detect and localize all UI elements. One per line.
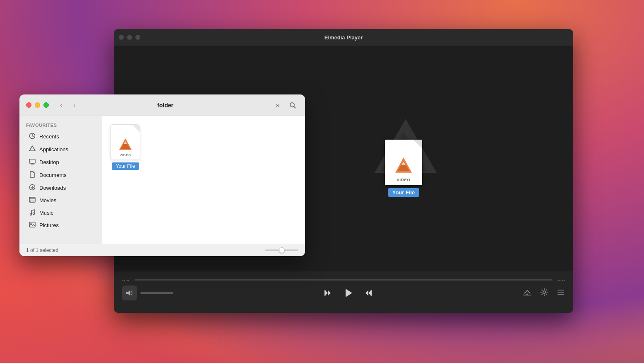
- sidebar-item-movies[interactable]: Movies: [22, 194, 99, 206]
- file-type-label: VIDEO: [120, 153, 131, 157]
- svg-line-5: [131, 291, 132, 292]
- time-start: --:--: [122, 277, 130, 282]
- sidebar-item-documents[interactable]: Documents: [22, 169, 99, 182]
- svg-line-7: [131, 294, 132, 295]
- svg-rect-14: [371, 290, 372, 296]
- size-slider-thumb: [279, 247, 285, 253]
- settings-icon: [540, 288, 548, 296]
- file-icon: VIDEO: [111, 124, 140, 160]
- skip-back-icon: [323, 288, 332, 298]
- view-options-button[interactable]: »: [272, 99, 284, 111]
- documents-icon: [29, 171, 36, 179]
- svg-marker-9: [328, 290, 331, 296]
- pictures-icon: [29, 222, 36, 229]
- airplay-icon: [523, 288, 532, 297]
- svg-rect-24: [29, 159, 35, 163]
- sidebar-item-music[interactable]: Music: [22, 206, 99, 219]
- finder-traffic-lights: [26, 102, 49, 108]
- status-text: 1 of 1 selected: [26, 247, 260, 253]
- sidebar-label-movies: Movies: [39, 197, 56, 203]
- player-icon-container: VIDEO Your File: [366, 119, 441, 185]
- sidebar-label-desktop: Desktop: [39, 159, 59, 165]
- play-icon: [342, 287, 354, 299]
- time-end: --:--: [557, 277, 565, 282]
- playback-controls: [323, 287, 373, 299]
- progress-bar-section: --:-- --:--: [122, 271, 565, 286]
- finder-right-controls: »: [272, 99, 298, 111]
- player-titlebar: Elmedia Player: [114, 29, 573, 46]
- applications-icon: [29, 145, 36, 153]
- sidebar-label-recents: Recents: [39, 133, 59, 140]
- sidebar-section-title: Favourites: [19, 121, 102, 130]
- downloads-icon: [29, 184, 36, 192]
- sidebar-label-applications: Applications: [39, 146, 68, 152]
- player-close-button[interactable]: [119, 35, 124, 40]
- file-name-badge: Your File: [112, 162, 139, 170]
- music-icon: [29, 209, 36, 217]
- sidebar-item-recents[interactable]: Recents: [22, 130, 99, 143]
- player-minimize-button[interactable]: [127, 35, 132, 40]
- sidebar-label-downloads: Downloads: [39, 185, 66, 191]
- svg-marker-15: [526, 293, 529, 295]
- skip-forward-icon: [364, 288, 373, 298]
- finder-sidebar: Favourites Recents Applications: [19, 116, 102, 244]
- player-controls: --:-- --:--: [114, 271, 573, 313]
- svg-rect-10: [324, 290, 326, 296]
- desktop-icon: [29, 158, 36, 166]
- sidebar-label-documents: Documents: [39, 172, 67, 178]
- finder-maximize-button[interactable]: [43, 102, 49, 108]
- volume-slider[interactable]: [140, 292, 173, 294]
- file-grid: VIDEO Your File: [111, 124, 297, 235]
- svg-marker-23: [29, 146, 35, 151]
- sidebar-item-downloads[interactable]: Downloads: [22, 182, 99, 194]
- volume-section: [122, 286, 173, 300]
- right-controls: [523, 288, 565, 299]
- player-file-display: VIDEO Your File: [366, 119, 441, 185]
- airplay-button[interactable]: [523, 288, 532, 299]
- progress-bar[interactable]: [135, 279, 553, 281]
- player-file-name: Your File: [388, 188, 419, 197]
- playlist-button[interactable]: [557, 288, 565, 298]
- search-button[interactable]: [287, 99, 298, 111]
- settings-button[interactable]: [540, 288, 548, 298]
- sidebar-item-applications[interactable]: Applications: [22, 143, 99, 156]
- skip-back-button[interactable]: [323, 288, 332, 298]
- svg-line-21: [294, 106, 296, 108]
- player-traffic-lights: [119, 35, 140, 40]
- finder-close-button[interactable]: [26, 102, 31, 108]
- svg-marker-4: [126, 290, 130, 295]
- svg-point-36: [30, 214, 32, 215]
- player-elmedia-logo: [393, 155, 414, 176]
- finder-statusbar: 1 of 1 selected: [19, 244, 305, 256]
- search-icon: [289, 102, 296, 109]
- svg-point-16: [543, 291, 545, 293]
- sidebar-label-music: Music: [39, 210, 53, 216]
- player-title: Elmedia Player: [324, 34, 363, 41]
- play-button[interactable]: [342, 287, 354, 299]
- finder-titlebar: ‹ › folder »: [19, 94, 305, 116]
- player-file-doc: VIDEO Your File: [385, 140, 422, 185]
- svg-marker-11: [346, 289, 352, 297]
- finder-path-title: folder: [59, 102, 272, 109]
- finder-content: VIDEO Your File: [102, 116, 305, 244]
- skip-forward-button[interactable]: [364, 288, 373, 298]
- svg-point-37: [33, 213, 35, 215]
- player-maximize-button[interactable]: [135, 35, 140, 40]
- sidebar-item-pictures[interactable]: Pictures: [22, 219, 99, 231]
- list-item[interactable]: VIDEO Your File: [111, 124, 140, 170]
- playlist-icon: [557, 288, 565, 296]
- svg-rect-29: [29, 197, 35, 202]
- recents-icon: [29, 133, 36, 140]
- elmedia-logo-icon: [118, 137, 133, 152]
- finder-minimize-button[interactable]: [35, 102, 40, 108]
- sidebar-label-pictures: Pictures: [39, 222, 59, 228]
- volume-button[interactable]: [122, 286, 137, 300]
- finder-body: Favourites Recents Applications: [19, 116, 305, 244]
- player-file-type: VIDEO: [396, 178, 410, 182]
- finder-window: ‹ › folder » Favourites: [19, 94, 305, 256]
- svg-marker-13: [365, 290, 368, 296]
- sidebar-item-desktop[interactable]: Desktop: [22, 156, 99, 169]
- movies-icon: [29, 197, 36, 204]
- size-slider[interactable]: [265, 249, 298, 251]
- controls-row: [122, 286, 565, 305]
